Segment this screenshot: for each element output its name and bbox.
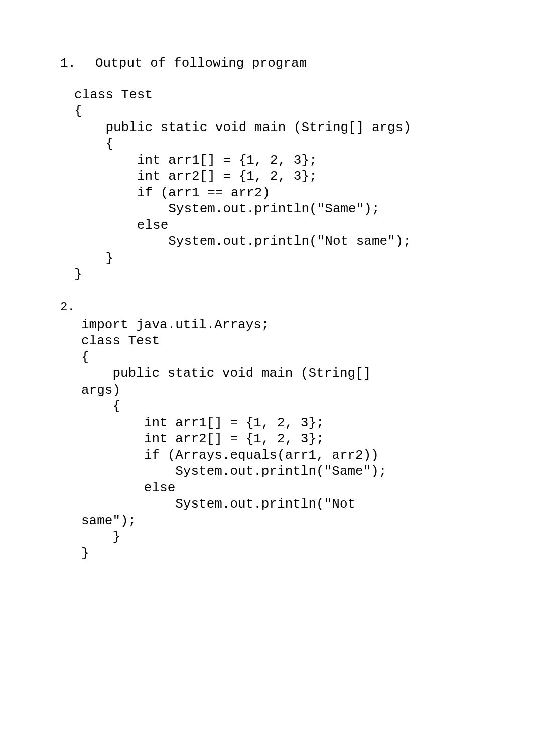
question-1-header: 1. Output of following program xyxy=(60,55,493,72)
document-content: 1. Output of following program class Tes… xyxy=(0,55,533,561)
question-2-section: 2. import java.util.Arrays; class Test {… xyxy=(60,300,493,562)
question-1-title: Output of following program xyxy=(95,55,493,72)
question-1-number: 1. xyxy=(60,55,95,72)
question-2-number: 2. xyxy=(60,300,493,315)
question-2-code: import java.util.Arrays; class Test { pu… xyxy=(60,317,493,562)
question-1-code: class Test { public static void main (St… xyxy=(60,87,493,283)
